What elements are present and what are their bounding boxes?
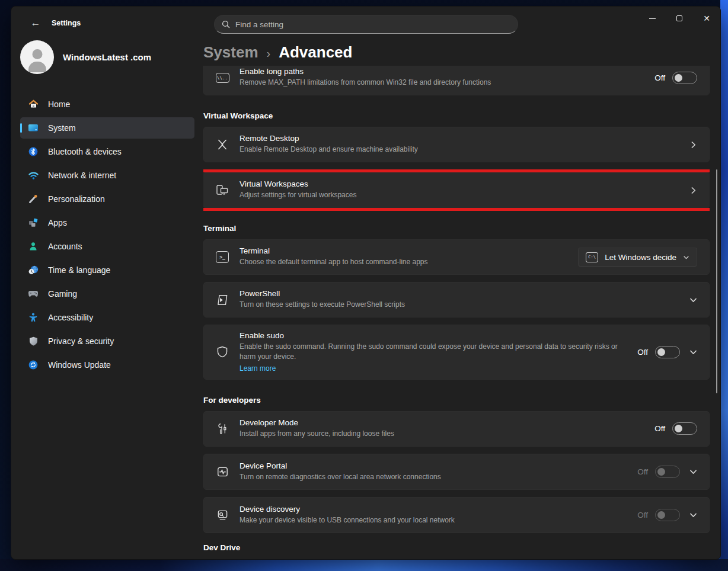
sidebar-item-gaming[interactable]: Gaming [20,283,194,304]
device-discovery-icon [215,507,230,522]
sidebar-item-windows-update[interactable]: Windows Update [20,354,194,376]
person-icon [28,242,39,251]
developer-mode-icon [215,421,230,437]
chevron-right-icon[interactable] [689,141,697,149]
sidebar-item-apps[interactable]: Apps [20,212,194,233]
sidebar-item-label: Windows Update [48,360,111,370]
user-name: WindowsLatest .com [63,52,151,62]
page-title: Advanced [279,43,352,62]
sidebar-item-label: Network & internet [48,171,116,180]
setting-description: Remove MAX_PATH limitations from common … [240,78,654,88]
setting-card-powershell[interactable]: PowerShell Turn on these settings to exe… [203,282,710,317]
setting-title: Device Portal [240,461,637,470]
sidebar-item-label: Gaming [48,289,77,299]
sidebar-item-personalization[interactable]: Personalization [20,188,194,210]
console-icon: C:\ [586,252,598,262]
wallpaper-ribbon-right [720,0,728,571]
chevron-down-icon[interactable] [689,511,697,519]
paintbrush-icon [28,194,39,204]
sidebar-item-accessibility[interactable]: Accessibility [20,307,194,328]
sidebar-item-label: Accounts [48,242,82,251]
close-button[interactable]: ✕ [693,7,720,30]
wifi-icon [28,171,39,180]
settings-list: \\.. Enable long paths Remove MAX_PATH l… [203,66,710,559]
remote-desktop-icon [215,137,230,152]
back-button[interactable]: ← [27,16,44,30]
terminal-app-dropdown[interactable]: C:\ Let Windows decide [578,248,697,267]
update-icon [28,360,39,370]
setting-title: Device discovery [240,505,637,514]
maximize-icon [676,15,682,21]
section-title-dev-drive: Dev Drive [203,543,710,552]
learn-more-link[interactable]: Learn more [240,364,276,373]
toggle-state-label: Off [654,424,665,433]
setting-card-enable-sudo[interactable]: Enable sudo Enable the sudo command. Run… [203,325,710,380]
device-portal-toggle[interactable] [655,466,680,478]
sidebar-item-bluetooth-devices[interactable]: Bluetooth & devices [20,141,194,162]
window-controls: ✕ [638,7,720,30]
setting-description: Adjust settings for virtual workspaces [240,190,689,200]
sidebar-item-system[interactable]: System [20,117,194,139]
sidebar-item-label: System [48,123,76,133]
chevron-right-icon[interactable] [689,187,697,194]
device-discovery-toggle[interactable] [655,509,680,521]
setting-card-enable-long-paths[interactable]: \\.. Enable long paths Remove MAX_PATH l… [203,66,710,95]
close-icon: ✕ [703,14,710,23]
maximize-button[interactable] [666,7,693,30]
wallpaper-ribbon-bottom [0,559,728,571]
search-input[interactable] [235,20,510,29]
setting-description: Install apps from any source, including … [240,429,654,439]
setting-title: Remote Desktop [240,134,689,143]
setting-card-device-discovery[interactable]: Device discovery Make your device visibl… [203,497,710,533]
red-highlight-box: Virtual Workspaces Adjust settings for v… [203,169,710,211]
sidebar: WindowsLatest .com Home System [11,35,203,559]
setting-title: Virtual Workspaces [240,179,689,188]
sudo-toggle[interactable] [655,346,680,358]
sidebar-item-network-internet[interactable]: Network & internet [20,165,194,186]
dropdown-selected-value: Let Windows decide [605,253,676,262]
setting-description: Turn on these settings to execute PowerS… [240,300,689,310]
breadcrumb-system[interactable]: System [203,43,258,62]
setting-description: Turn on remote diagnostics over local ar… [240,472,637,482]
clock-globe-icon [28,265,39,275]
breadcrumb-separator: › [267,47,271,60]
back-arrow-icon: ← [31,17,41,29]
chevron-down-icon[interactable] [689,296,697,304]
setting-title: PowerShell [240,289,689,298]
chevron-down-icon[interactable] [689,468,697,476]
minimize-icon [649,18,656,19]
system-icon [28,123,39,133]
developer-mode-toggle[interactable] [672,422,697,435]
sidebar-item-label: Time & language [48,265,110,275]
user-account[interactable]: WindowsLatest .com [20,40,151,74]
sidebar-item-home[interactable]: Home [20,94,194,115]
setting-card-device-portal[interactable]: Device Portal Turn on remote diagnostics… [203,454,710,490]
shield-icon [28,336,39,346]
app-title: Settings [52,19,81,27]
shield-outline-icon [215,344,230,360]
minimize-button[interactable] [638,7,666,30]
sidebar-item-time-language[interactable]: Time & language [20,259,194,281]
chevron-down-icon[interactable] [689,348,697,356]
sidebar-item-accounts[interactable]: Accounts [20,236,194,257]
chevron-down-icon [683,254,689,261]
sidebar-item-privacy-security[interactable]: Privacy & security [20,331,194,352]
setting-card-terminal[interactable]: >_ Terminal Choose the default terminal … [203,239,710,275]
long-paths-toggle[interactable] [672,72,697,84]
setting-title: Enable sudo [240,331,637,340]
search-box[interactable] [214,15,518,34]
home-icon [28,100,39,109]
setting-title: Developer Mode [240,418,654,427]
setting-card-virtual-workspaces[interactable]: Virtual Workspaces Adjust settings for v… [203,172,710,208]
device-portal-icon [215,464,230,479]
setting-card-developer-mode[interactable]: Developer Mode Install apps from any sou… [203,411,710,447]
sidebar-item-label: Bluetooth & devices [48,147,122,156]
section-title-virtual-workspace: Virtual Workspace [203,111,710,120]
setting-card-remote-desktop[interactable]: Remote Desktop Enable Remote Desktop and… [203,127,710,162]
setting-description: Make your device visible to USB connecti… [240,515,637,525]
sidebar-item-label: Home [48,100,70,109]
sidebar-item-label: Accessibility [48,313,93,322]
setting-title: Enable long paths [240,67,654,76]
section-title-terminal: Terminal [203,224,710,233]
scrollbar-thumb[interactable] [716,169,718,393]
